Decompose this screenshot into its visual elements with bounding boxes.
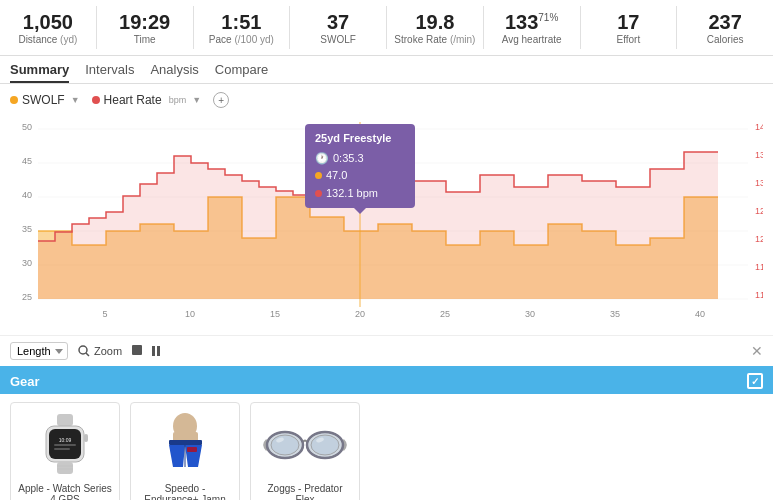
svg-text:125: 125 [755,206,763,216]
gear-goggles-image [260,409,350,479]
stat-pace: 1:51 Pace (/100 yd) [194,6,291,49]
zoom-control[interactable]: Zoom [78,345,122,357]
chart-svg: 50 45 40 35 30 25 140 135 130 125 120 11… [10,112,763,332]
svg-text:45: 45 [22,156,32,166]
gear-shorts-name: Speedo - Endurance+ Jamn [137,483,233,500]
gear-item-goggles[interactable]: Zoggs - Predator Flex [250,402,360,500]
close-button[interactable]: ✕ [751,343,763,359]
svg-text:50: 50 [22,122,32,132]
legend-row: SWOLF ▼ Heart Rate bpm ▼ + [10,92,763,108]
swolf-dot [10,96,18,104]
nav-tabs: Summary Intervals Analysis Compare [0,56,773,84]
svg-rect-45 [169,440,202,445]
gear-section: Gear ✓ 10:09 [0,366,773,500]
stat-calories: 237 Calories [677,6,773,49]
legend-heartrate[interactable]: Heart Rate bpm ▼ [92,93,201,107]
svg-text:115: 115 [755,262,763,272]
stat-heartrate: 13371% Avg heartrate [484,6,581,49]
svg-text:10:09: 10:09 [59,437,72,443]
swolf-label: SWOLF [22,93,65,107]
stat-effort: 17 Effort [581,6,678,49]
svg-text:40: 40 [695,309,705,319]
goggles-svg [260,417,350,472]
svg-rect-33 [57,414,73,426]
stat-distance-label: Distance (yd) [6,34,90,45]
svg-text:40: 40 [22,190,32,200]
gear-shorts-image [140,409,230,479]
svg-marker-29 [38,152,718,299]
chart-container: SWOLF ▼ Heart Rate bpm ▼ + 50 45 40 35 3… [0,84,773,335]
length-select[interactable]: Length [10,342,68,360]
pause-button[interactable] [152,346,160,356]
svg-point-31 [79,346,87,354]
stat-stroke-rate: 19.8 Stroke Rate (/min) [387,6,484,49]
svg-point-49 [271,435,299,455]
controls-bar: Length Zoom ✕ [0,335,773,366]
svg-text:30: 30 [525,309,535,319]
svg-text:135: 135 [755,150,763,160]
svg-text:20: 20 [355,309,365,319]
svg-rect-38 [54,444,76,446]
svg-rect-39 [54,448,70,450]
tab-analysis[interactable]: Analysis [150,62,198,83]
legend-swolf[interactable]: SWOLF ▼ [10,93,80,107]
svg-text:110: 110 [755,290,763,300]
svg-line-32 [86,353,89,356]
gear-watch-name: Apple - Watch Series 4 GPS [17,483,113,500]
svg-text:25: 25 [22,292,32,302]
stat-swolf: 37 SWOLF [290,6,387,49]
svg-rect-36 [84,434,88,442]
add-metric-button[interactable]: + [213,92,229,108]
tab-intervals[interactable]: Intervals [85,62,134,83]
svg-text:130: 130 [755,178,763,188]
stat-distance-value: 1,050 [6,10,90,34]
stat-time: 19:29 Time [97,6,194,49]
svg-rect-47 [187,447,197,452]
gear-item-shorts[interactable]: Speedo - Endurance+ Jamn [130,402,240,500]
gear-item-watch[interactable]: 10:09 Apple - Watch Series 4 GPS [10,402,120,500]
stat-distance: 1,050 Distance (yd) [0,6,97,49]
gear-goggles-name: Zoggs - Predator Flex [257,483,353,500]
svg-text:30: 30 [22,258,32,268]
gear-header: Gear ✓ [0,368,773,394]
svg-text:10: 10 [185,309,195,319]
svg-text:120: 120 [755,234,763,244]
svg-text:5: 5 [102,309,107,319]
watch-svg: 10:09 [30,412,100,477]
svg-text:25: 25 [440,309,450,319]
shorts-svg [153,412,218,477]
heartrate-dot [92,96,100,104]
stats-bar: 1,050 Distance (yd) 19:29 Time 1:51 Pace… [0,0,773,56]
gear-items: 10:09 Apple - Watch Series 4 GPS [0,394,773,500]
heartrate-label: Heart Rate [104,93,162,107]
heartrate-unit: bpm [169,95,187,105]
gear-watch-image: 10:09 [20,409,110,479]
tab-summary[interactable]: Summary [10,62,69,83]
svg-text:15: 15 [270,309,280,319]
zoom-icon [78,345,90,357]
gear-toggle[interactable]: ✓ [747,373,763,389]
svg-point-51 [311,435,339,455]
tab-compare[interactable]: Compare [215,62,268,83]
stop-button[interactable] [132,344,142,358]
svg-text:35: 35 [610,309,620,319]
chart-area[interactable]: 50 45 40 35 30 25 140 135 130 125 120 11… [10,112,763,335]
svg-rect-40 [57,462,73,474]
gear-title: Gear [10,374,40,389]
svg-text:35: 35 [22,224,32,234]
svg-text:140: 140 [755,122,763,132]
